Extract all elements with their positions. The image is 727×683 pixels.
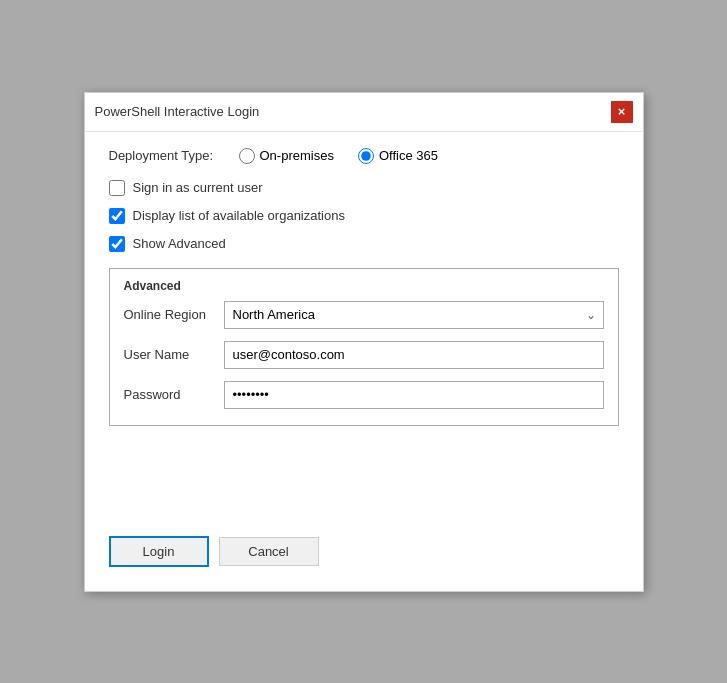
checkbox-sign-in-label[interactable]: Sign in as current user — [133, 180, 263, 195]
checkbox-show-advanced-label[interactable]: Show Advanced — [133, 236, 226, 251]
deployment-row: Deployment Type: On-premises Office 365 — [109, 148, 619, 164]
password-label: Password — [124, 387, 224, 402]
dialog-window: PowerShell Interactive Login × Deploymen… — [84, 92, 644, 592]
online-region-select[interactable]: North America Europe Asia Pacific — [224, 301, 604, 329]
user-name-input[interactable] — [224, 341, 604, 369]
checkbox-sign-in-current[interactable] — [109, 180, 125, 196]
radio-on-premises[interactable]: On-premises — [239, 148, 334, 164]
user-name-row: User Name — [124, 341, 604, 369]
online-region-row: Online Region North America Europe Asia … — [124, 301, 604, 329]
radio-office365-input[interactable] — [358, 148, 374, 164]
radio-office365[interactable]: Office 365 — [358, 148, 438, 164]
dialog-footer: Login Cancel — [85, 520, 643, 591]
checkbox-show-advanced-row: Show Advanced — [109, 236, 619, 252]
checkbox-display-orgs[interactable] — [109, 208, 125, 224]
user-name-label: User Name — [124, 347, 224, 362]
radio-office365-label: Office 365 — [379, 148, 438, 163]
dialog-title: PowerShell Interactive Login — [95, 104, 260, 119]
advanced-legend: Advanced — [120, 279, 604, 293]
online-region-wrapper: North America Europe Asia Pacific ⌄ — [224, 301, 604, 329]
checkbox-sign-in-row: Sign in as current user — [109, 180, 619, 196]
cancel-button[interactable]: Cancel — [219, 537, 319, 566]
online-region-label: Online Region — [124, 307, 224, 322]
advanced-group: Advanced Online Region North America Eur… — [109, 268, 619, 426]
checkbox-display-orgs-row: Display list of available organizations — [109, 208, 619, 224]
password-row: Password — [124, 381, 604, 409]
dialog-body: Deployment Type: On-premises Office 365 … — [85, 132, 643, 520]
password-input[interactable] — [224, 381, 604, 409]
radio-options: On-premises Office 365 — [239, 148, 438, 164]
close-button[interactable]: × — [611, 101, 633, 123]
radio-on-premises-label: On-premises — [260, 148, 334, 163]
checkbox-show-advanced[interactable] — [109, 236, 125, 252]
title-bar: PowerShell Interactive Login × — [85, 93, 643, 132]
deployment-label: Deployment Type: — [109, 148, 219, 163]
radio-on-premises-input[interactable] — [239, 148, 255, 164]
checkbox-display-orgs-label[interactable]: Display list of available organizations — [133, 208, 345, 223]
login-button[interactable]: Login — [109, 536, 209, 567]
